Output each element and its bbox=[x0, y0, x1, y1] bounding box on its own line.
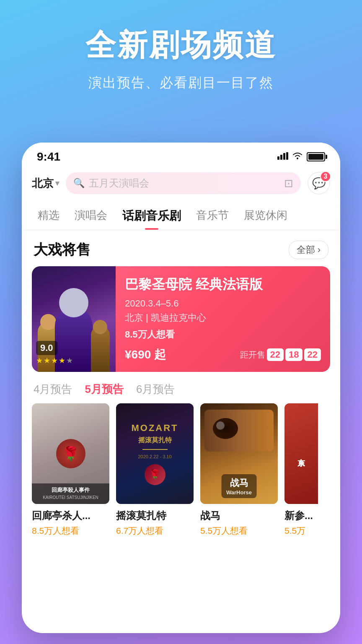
featured-title: 巴黎圣母院 经典法语版 bbox=[125, 275, 321, 294]
banner-area: 全新剧场频道 演出预告、必看剧目一目了然 bbox=[0, 0, 362, 109]
show-want-2: 6.7万人想看 bbox=[116, 525, 194, 537]
shows-row: 🌹 回廊亭殺人事件 KAIROUTEI SATSUJINJIKEN 回廊亭杀人.… bbox=[22, 403, 340, 537]
featured-card[interactable]: 9.0 ★ ★ ★ ★ ★ 巴黎圣母院 经典法语版 2020.3.4–5.6 北… bbox=[32, 266, 330, 372]
featured-price: ¥690 起 bbox=[125, 347, 166, 363]
city-arrow-icon: ▾ bbox=[55, 179, 59, 188]
more-arrow-icon: › bbox=[318, 244, 321, 255]
stars-row: ★ ★ ★ ★ ★ bbox=[36, 356, 73, 365]
show-name-4: 新参... bbox=[284, 509, 318, 522]
featured-info: 巴黎圣母院 经典法语版 2020.3.4–5.6 北京 | 凯迪拉克中心 8.5… bbox=[116, 266, 330, 372]
wifi-icon bbox=[292, 151, 303, 162]
countdown: 距开售 22 18 22 bbox=[240, 348, 321, 361]
star-3: ★ bbox=[51, 356, 58, 365]
tab-jingxuan[interactable]: 精选 bbox=[30, 202, 67, 230]
section-more-button[interactable]: 全部 › bbox=[289, 241, 328, 259]
show-item-3[interactable]: 战马 WarHorse 战马 5.5万人想看 bbox=[200, 403, 278, 537]
more-label: 全部 bbox=[297, 244, 315, 256]
countdown-num-1: 22 bbox=[267, 348, 284, 361]
featured-price-row: ¥690 起 距开售 22 18 22 bbox=[125, 347, 321, 363]
tab-april[interactable]: 4月预告 bbox=[34, 382, 72, 397]
show-want-1: 8.5万人想看 bbox=[32, 525, 109, 537]
svg-point-4 bbox=[297, 158, 298, 159]
signal-icon bbox=[277, 151, 288, 162]
show-item-4[interactable]: 东京 新参 新参... 5.5万 bbox=[284, 403, 318, 537]
search-icon: 🔍 bbox=[73, 178, 85, 189]
banner-subtitle: 演出预告、必看剧目一目了然 bbox=[17, 74, 345, 92]
section-title: 大戏将售 bbox=[34, 240, 90, 260]
search-box[interactable]: 🔍 五月天演唱会 ⊡ bbox=[66, 172, 301, 194]
star-2: ★ bbox=[44, 356, 50, 365]
svg-rect-0 bbox=[277, 156, 279, 160]
tab-huaju[interactable]: 话剧音乐剧 bbox=[115, 202, 189, 230]
search-row: 北京 ▾ 🔍 五月天演唱会 ⊡ 💬 3 bbox=[22, 168, 340, 200]
battery-icon bbox=[307, 152, 325, 161]
featured-date: 2020.3.4–5.6 bbox=[125, 298, 321, 309]
status-bar: 9:41 bbox=[22, 143, 340, 168]
countdown-label: 距开售 bbox=[240, 349, 265, 361]
featured-poster: 9.0 ★ ★ ★ ★ ★ bbox=[32, 266, 116, 372]
message-badge: 3 bbox=[320, 171, 331, 182]
tab-zhanlan[interactable]: 展览休闲 bbox=[236, 202, 295, 230]
message-button[interactable]: 💬 3 bbox=[308, 172, 330, 195]
show-name-1: 回廊亭杀人... bbox=[32, 509, 109, 522]
show-item-1[interactable]: 🌹 回廊亭殺人事件 KAIROUTEI SATSUJINJIKEN 回廊亭杀人.… bbox=[32, 403, 109, 537]
svg-rect-1 bbox=[280, 155, 282, 160]
show-poster-1: 🌹 回廊亭殺人事件 KAIROUTEI SATSUJINJIKEN bbox=[32, 403, 109, 504]
scan-icon: ⊡ bbox=[284, 177, 293, 190]
show-name-2: 摇滚莫扎特 bbox=[116, 509, 194, 522]
phone-mockup: 9:41 bbox=[22, 143, 340, 633]
tab-yanchang[interactable]: 演唱会 bbox=[67, 202, 115, 230]
show-poster-3: 战马 WarHorse bbox=[200, 403, 278, 504]
star-5: ★ bbox=[66, 356, 73, 365]
tab-may[interactable]: 5月预告 bbox=[85, 382, 123, 397]
show-poster-4: 东京 新参 bbox=[284, 403, 318, 504]
city-selector[interactable]: 北京 ▾ bbox=[32, 176, 59, 191]
show-item-2[interactable]: MOZART 摇滚莫扎特 2020.2.22 - 3.10 🌹 摇滚莫扎特 6.… bbox=[116, 403, 194, 537]
nav-tabs: 精选 演唱会 话剧音乐剧 音乐节 展览休闲 bbox=[22, 200, 340, 230]
show-want-4: 5.5万 bbox=[284, 525, 318, 537]
featured-venue: 北京 | 凯迪拉克中心 bbox=[125, 312, 321, 324]
featured-want: 8.5万人想看 bbox=[125, 328, 321, 341]
countdown-num-3: 22 bbox=[304, 348, 321, 361]
tab-yinyuejie[interactable]: 音乐节 bbox=[189, 202, 236, 230]
show-want-3: 5.5万人想看 bbox=[200, 525, 278, 537]
star-4: ★ bbox=[59, 356, 65, 365]
rating-badge: 9.0 bbox=[36, 341, 57, 355]
star-1: ★ bbox=[36, 356, 43, 365]
status-time: 9:41 bbox=[37, 150, 60, 164]
tab-june[interactable]: 6月预告 bbox=[136, 382, 175, 397]
city-label: 北京 bbox=[32, 176, 54, 191]
countdown-num-2: 18 bbox=[285, 348, 302, 361]
monthly-tabs: 4月预告 5月预告 6月预告 bbox=[22, 372, 340, 403]
show-name-3: 战马 bbox=[200, 509, 278, 522]
banner-title: 全新剧场频道 bbox=[17, 25, 345, 65]
show-poster-2: MOZART 摇滚莫扎特 2020.2.22 - 3.10 🌹 bbox=[116, 403, 194, 504]
search-placeholder-text: 五月天演唱会 bbox=[89, 177, 280, 190]
svg-rect-2 bbox=[283, 153, 285, 160]
status-icons bbox=[277, 151, 325, 162]
svg-rect-3 bbox=[286, 152, 288, 160]
featured-section-header: 大戏将售 全部 › bbox=[22, 230, 340, 266]
